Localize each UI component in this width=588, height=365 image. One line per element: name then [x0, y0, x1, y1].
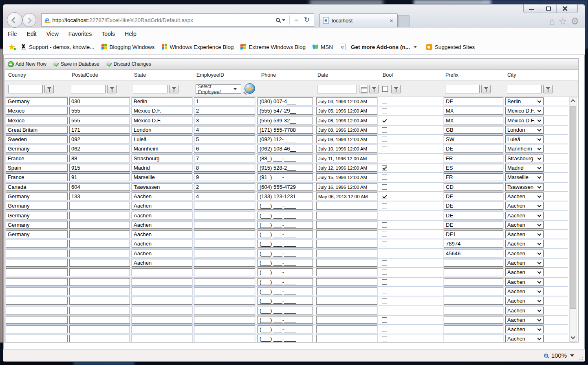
- country-filter-funnel-icon[interactable]: [44, 85, 54, 93]
- cell-city-select[interactable]: Strasbourg: [505, 155, 544, 162]
- cell-prefix-input[interactable]: [444, 259, 503, 267]
- menu-file[interactable]: File: [8, 31, 17, 37]
- cell-phone-input[interactable]: (___) ___-____: [258, 268, 313, 276]
- cell-date-input[interactable]: July 08, 1996 12:00 AM: [316, 126, 377, 134]
- cell-bool-checkbox[interactable]: [382, 298, 387, 303]
- cell-date-input[interactable]: May 06, 2013 12:00 AM: [316, 192, 377, 200]
- postalcode-filter-input[interactable]: [71, 85, 106, 93]
- cell-prefix-input[interactable]: 78974: [444, 240, 503, 248]
- favorite-item-extreme-windows-blog[interactable]: Extreme Windows Blog: [238, 43, 308, 51]
- cell-state-input[interactable]: Marseille: [132, 173, 192, 181]
- cell-country-input[interactable]: [6, 278, 68, 286]
- cell-state-input[interactable]: Aachen: [132, 230, 192, 238]
- scrollbar-thumb[interactable]: [570, 106, 576, 309]
- cell-postalcode-input[interactable]: 91: [69, 173, 130, 181]
- cell-state-input[interactable]: [132, 297, 192, 305]
- cell-city-select[interactable]: Aachen: [505, 259, 544, 267]
- cell-city-select[interactable]: México D.F.: [505, 107, 544, 115]
- cell-postalcode-input[interactable]: [69, 202, 130, 210]
- cell-bool-checkbox[interactable]: [382, 289, 387, 294]
- cell-phone-input[interactable]: (___) ___-____: [258, 278, 313, 286]
- refresh-icon[interactable]: ↻: [304, 17, 310, 23]
- zoom-dropdown-caret-icon[interactable]: [570, 354, 574, 357]
- cell-country-input[interactable]: Germany: [6, 192, 68, 200]
- state-filter-funnel-icon[interactable]: [169, 85, 178, 93]
- cell-date-input[interactable]: [316, 240, 377, 248]
- cell-postalcode-input[interactable]: 171: [69, 126, 130, 134]
- cell-city-select[interactable]: Berlin: [505, 97, 544, 105]
- cell-prefix-input[interactable]: FR: [444, 173, 503, 181]
- cell-postalcode-input[interactable]: 604: [69, 183, 130, 191]
- cell-city-select[interactable]: Aachen: [505, 288, 544, 295]
- menu-help[interactable]: Help: [125, 31, 137, 37]
- cell-country-input[interactable]: [6, 268, 68, 276]
- cell-phone-input[interactable]: (062) 108-46__: [258, 145, 313, 153]
- cell-date-input[interactable]: [316, 325, 377, 333]
- favorites-star-icon[interactable]: ☆: [559, 16, 567, 27]
- bool-filter-checkbox[interactable]: [382, 86, 388, 92]
- cell-state-input[interactable]: [132, 278, 192, 286]
- cell-city-select[interactable]: Aachen: [505, 278, 544, 286]
- cell-phone-input[interactable]: (___) ___-____: [258, 307, 313, 314]
- cell-prefix-input[interactable]: CD: [444, 183, 503, 191]
- cell-employeeid-input[interactable]: [194, 268, 255, 276]
- cell-country-input[interactable]: Great Britain: [6, 126, 68, 134]
- cell-country-input[interactable]: [6, 316, 68, 324]
- cell-employeeid-input[interactable]: 2: [194, 183, 255, 191]
- new-tab-button[interactable]: [398, 15, 410, 27]
- cell-state-input[interactable]: México D.F.: [132, 117, 192, 124]
- cell-bool-checkbox[interactable]: [382, 146, 387, 151]
- cell-state-input[interactable]: Berlin: [132, 97, 192, 105]
- scrollbar-down-button[interactable]: [570, 334, 577, 341]
- prefix-filter-funnel-icon[interactable]: [481, 85, 491, 93]
- cell-date-input[interactable]: July 16, 1996 12:00 AM: [316, 183, 377, 191]
- cell-bool-checkbox[interactable]: [382, 222, 387, 228]
- cell-bool-checkbox[interactable]: [382, 184, 387, 190]
- cell-country-input[interactable]: Sweden: [6, 135, 68, 143]
- cell-state-input[interactable]: [132, 268, 192, 276]
- cell-prefix-input[interactable]: DE: [444, 145, 503, 153]
- cell-employeeid-input[interactable]: 6: [194, 145, 255, 153]
- cell-city-select[interactable]: Marseille: [505, 173, 544, 181]
- cell-postalcode-input[interactable]: [69, 325, 130, 333]
- cell-city-select[interactable]: Luleå: [505, 135, 544, 143]
- cell-employeeid-input[interactable]: 3: [194, 117, 255, 124]
- cell-date-input[interactable]: [316, 202, 377, 210]
- cell-state-input[interactable]: [132, 335, 192, 342]
- cell-state-input[interactable]: Madrid: [132, 164, 192, 172]
- cell-city-select[interactable]: Aachen: [505, 325, 544, 333]
- cell-country-input[interactable]: Mexico: [6, 117, 68, 124]
- cell-state-input[interactable]: Aachen: [132, 212, 192, 219]
- cell-postalcode-input[interactable]: 915: [69, 164, 130, 172]
- cell-date-input[interactable]: [316, 288, 377, 295]
- prefix-filter-input[interactable]: [445, 85, 480, 93]
- cell-city-select[interactable]: Aachen: [505, 212, 544, 219]
- cell-employeeid-input[interactable]: [194, 316, 255, 324]
- cell-phone-input[interactable]: (___) ___-____: [258, 212, 313, 219]
- column-header-city[interactable]: City: [507, 72, 516, 78]
- cell-bool-checkbox[interactable]: [382, 137, 387, 142]
- column-header-postalcode[interactable]: PostalCode: [72, 72, 98, 78]
- scrollbar-up-button[interactable]: [570, 97, 577, 104]
- cell-employeeid-input[interactable]: 7: [194, 155, 255, 162]
- cell-bool-checkbox[interactable]: [382, 99, 387, 104]
- cell-employeeid-input[interactable]: [194, 335, 255, 342]
- cell-country-input[interactable]: Germany: [6, 221, 68, 229]
- cell-postalcode-input[interactable]: [69, 297, 130, 305]
- cell-date-input[interactable]: [316, 335, 377, 342]
- cell-prefix-input[interactable]: [444, 307, 503, 314]
- cell-bool-checkbox[interactable]: [382, 156, 387, 161]
- cell-phone-input[interactable]: (___) ___-____: [258, 230, 313, 238]
- cell-state-input[interactable]: London: [132, 126, 192, 134]
- cell-date-input[interactable]: July 09, 1996 12:00 AM: [316, 135, 377, 143]
- cell-country-input[interactable]: Mexico: [6, 107, 68, 115]
- cell-country-input[interactable]: Germany: [6, 202, 68, 210]
- cell-state-input[interactable]: México D.F.: [132, 107, 192, 115]
- cell-city-select[interactable]: Aachen: [505, 230, 544, 238]
- column-header-prefix[interactable]: Prefix: [445, 72, 458, 78]
- vertical-scrollbar[interactable]: [569, 97, 577, 342]
- cell-phone-input[interactable]: (___) ___-____: [258, 221, 313, 229]
- menu-view[interactable]: View: [46, 31, 59, 37]
- cell-postalcode-input[interactable]: [69, 335, 130, 342]
- cell-state-input[interactable]: Aachen: [132, 240, 192, 248]
